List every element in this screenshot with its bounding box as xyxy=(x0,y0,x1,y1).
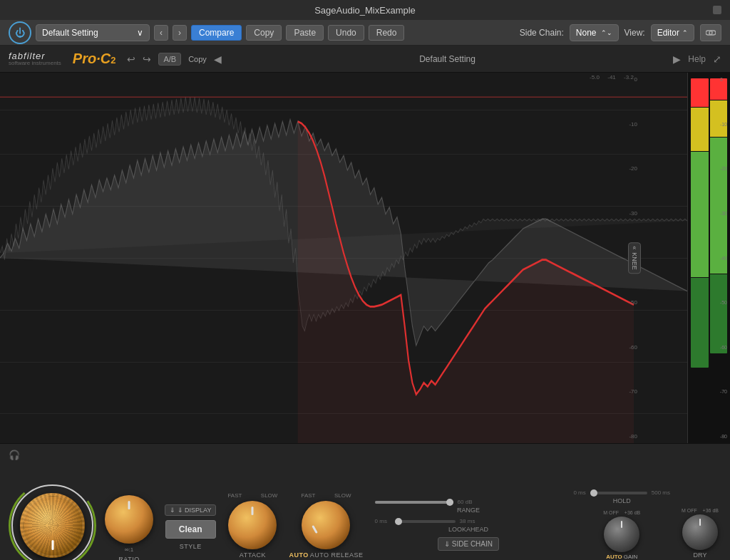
range-slider[interactable] xyxy=(375,501,453,504)
db-label-50: -50 xyxy=(629,299,637,306)
vu-scale-20: -20 xyxy=(720,166,727,171)
hold-slider-section: 0 ms 500 ms HOLD xyxy=(573,489,670,504)
undo-button[interactable]: Undo xyxy=(328,25,364,41)
preset-dropdown[interactable]: Default Setting ∨ xyxy=(36,24,150,41)
dry-knob[interactable] xyxy=(682,514,718,550)
release-auto-prefix: AUTO xyxy=(289,551,308,559)
gain-knob[interactable] xyxy=(604,517,639,552)
clean-style-button[interactable]: Clean xyxy=(165,520,216,539)
dry-plus36: +36 dB xyxy=(703,508,719,513)
prev-preset-button[interactable]: ◀ xyxy=(214,53,222,65)
minimize-button[interactable] xyxy=(713,6,721,14)
dry-knob-indicator xyxy=(699,519,701,526)
dry-m-off: M OFF xyxy=(682,508,697,513)
db-label-60: -60 xyxy=(629,344,637,351)
attack-slow: SLOW xyxy=(261,492,278,499)
sliders-section: 60 dB RANGE 0 ms 38 ms LOOKAHEAD ⇓ SIDE … xyxy=(375,499,562,551)
gain-knob-section: M OFF +36 dB AUTO GAIN xyxy=(603,510,640,560)
controls-area: 🎧 Threshold -60.00 dB xyxy=(0,443,730,560)
toolbar: ⏻ Default Setting ∨ ‹ › Compare Copy Pas… xyxy=(0,20,730,46)
preset-arrow: ∨ xyxy=(137,28,143,38)
side-chain-button[interactable]: ⇓ SIDE CHAIN xyxy=(438,537,499,551)
release-fast: FAST xyxy=(301,492,315,499)
header-copy-button[interactable]: Copy xyxy=(188,55,207,63)
expand-button[interactable]: ⤢ xyxy=(713,53,721,65)
db-label-0: 0 xyxy=(629,76,637,83)
plugin-redo-button[interactable]: ↪ xyxy=(143,53,151,65)
headphone-icon[interactable]: 🎧 xyxy=(9,450,20,460)
nav-back-button[interactable]: ‹ xyxy=(154,25,168,41)
sidechain-value: None xyxy=(576,28,597,38)
power-button[interactable]: ⏻ xyxy=(9,21,31,44)
display-button[interactable]: ⇓ DISPLAY xyxy=(165,504,216,516)
hold-max-label: 500 ms xyxy=(652,489,670,496)
db-label-10: -10 xyxy=(629,121,637,128)
vu-scale-70: -70 xyxy=(720,389,727,394)
gain-auto-label: AUTO GAIN xyxy=(606,554,637,560)
sidechain-dropdown[interactable]: None ⌃⌄ xyxy=(570,24,619,41)
hold-gain-section: 0 ms 500 ms HOLD M OFF +36 dB xyxy=(573,489,670,560)
vu-scale-0: 0 xyxy=(720,77,727,82)
release-slow: SLOW xyxy=(334,492,351,499)
product-name: Pro·C xyxy=(73,51,110,67)
threshold-section: Threshold -60.00 dB -60 dB 0 dB xyxy=(11,484,93,560)
ratio-knob[interactable] xyxy=(105,495,153,544)
lookahead-slider[interactable] xyxy=(395,520,456,523)
waveform-display xyxy=(0,73,687,443)
dry-range-labels: M OFF +36 dB xyxy=(682,508,719,513)
range-thumb[interactable] xyxy=(446,499,453,506)
range-slider-section: 60 dB RANGE xyxy=(375,499,562,514)
hold-slider[interactable] xyxy=(590,492,647,494)
lookahead-slider-row: 0 ms 38 ms xyxy=(375,518,562,524)
ab-button[interactable]: A/B xyxy=(158,53,181,66)
vu-darkgreen-1 xyxy=(691,278,709,368)
lookahead-max-label: 38 ms xyxy=(460,518,475,524)
release-knob-indicator xyxy=(312,525,319,534)
release-label: AUTO AUTO RELEASE xyxy=(289,551,363,559)
release-section: FAST SLOW AUTO AUTO RELEASE xyxy=(289,492,363,559)
graph-area[interactable]: -5.0 -41 -3.2 0 -10 -2 xyxy=(0,73,687,443)
range-slider-row: 60 dB xyxy=(375,499,562,505)
ratio-sub-label: ∞:1 xyxy=(125,546,133,553)
db-label-80: -80 xyxy=(629,433,637,440)
knee-label: KNEE xyxy=(631,252,638,270)
lookahead-label: LOOKAHEAD xyxy=(375,526,562,533)
release-knob[interactable] xyxy=(302,501,350,549)
paste-button[interactable]: Paste xyxy=(286,25,324,41)
style-label: STYLE xyxy=(180,543,202,550)
knee-arrows: « xyxy=(631,246,638,249)
attack-knob[interactable] xyxy=(228,501,277,549)
release-fast-slow: FAST SLOW xyxy=(301,492,351,499)
view-value: Editor xyxy=(657,28,679,38)
hold-thumb[interactable] xyxy=(590,489,597,497)
knee-panel[interactable]: « KNEE xyxy=(628,242,641,274)
view-arrow: ⌃ xyxy=(682,29,688,36)
nav-forward-button[interactable]: › xyxy=(173,25,187,41)
range-label: RANGE xyxy=(375,507,562,514)
redo-button[interactable]: Redo xyxy=(369,25,405,41)
sidechain-label: Side Chain: xyxy=(520,28,564,38)
attack-label: ATTACK xyxy=(240,551,266,559)
title-bar: SageAudio_MixExample xyxy=(0,0,730,20)
db-label-70: -70 xyxy=(629,388,637,395)
fabfilter-logo: fabfilter software instruments xyxy=(9,51,61,66)
dry-section: M OFF +36 dB DRY 90 dB xyxy=(682,508,719,561)
attack-knob-indicator xyxy=(252,507,254,515)
toolbar-left: ⏻ Default Setting ∨ ‹ › Compare Copy Pas… xyxy=(9,21,515,44)
lookahead-thumb[interactable] xyxy=(395,518,402,525)
plugin-undo-button[interactable]: ↩ xyxy=(127,53,135,65)
help-button[interactable]: Help xyxy=(688,54,706,64)
gain-auto-text: AUTO xyxy=(606,554,622,560)
window-title: SageAudio_MixExample xyxy=(314,5,416,16)
copy-button[interactable]: Copy xyxy=(246,25,282,41)
vu-scale-10: -10 xyxy=(720,122,727,127)
next-preset-button[interactable]: ▶ xyxy=(673,53,681,65)
hold-min-label: 0 ms xyxy=(573,489,585,496)
view-dropdown[interactable]: Editor ⌃ xyxy=(651,24,694,41)
view-label: View: xyxy=(624,28,645,38)
product-version: 2 xyxy=(110,55,115,66)
main-display: -5.0 -41 -3.2 0 -10 -2 xyxy=(0,73,730,443)
threshold-knob[interactable] xyxy=(20,493,85,558)
link-button[interactable] xyxy=(700,24,721,41)
compare-button[interactable]: Compare xyxy=(191,25,242,41)
